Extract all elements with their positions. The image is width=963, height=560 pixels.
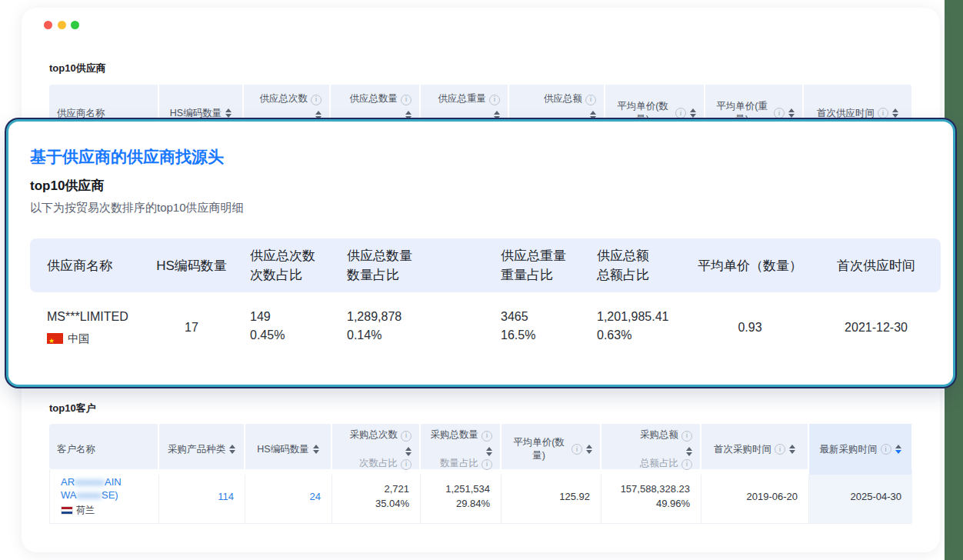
col-header-customer-name: 客户名称 [49, 424, 158, 475]
customer-name-cell[interactable]: ARxxxxxxAIN WAxxxxxSE) 荷兰 [50, 469, 158, 523]
col-header-hs-code-count: HS编码数量 [145, 238, 238, 292]
info-icon[interactable] [878, 108, 888, 118]
customer-name-link[interactable]: ARxxxxxxAIN WAxxxxxSE) [61, 475, 122, 502]
supply-times-cell: 149 0.45% [238, 308, 335, 348]
redacted-text: xxxxx [76, 489, 102, 501]
supply-amount-cell: 1,201,985.41 0.63% [585, 308, 688, 348]
netherlands-flag-icon [61, 506, 73, 515]
col-header-purchase-amount[interactable]: 采购总额 总额占比 [600, 424, 700, 475]
col-header-supplier-name: 供应商名称 [30, 238, 145, 292]
sort-icon[interactable] [690, 108, 696, 118]
info-icon[interactable] [681, 431, 692, 442]
last-purchase-date-cell: 2025-04-30 [808, 469, 912, 523]
suppliers-section-title: top10供应商 [49, 62, 106, 75]
col-header-purchase-times[interactable]: 采购总次数 次数占比 [331, 424, 419, 475]
supplier-row: MS***LIMITED 中国 17 149 0.45% 1,289,878 0… [30, 292, 941, 366]
info-icon[interactable] [311, 95, 322, 105]
info-icon[interactable] [681, 459, 692, 470]
sort-icon[interactable] [225, 108, 232, 118]
sort-icon[interactable] [229, 445, 235, 454]
hs-code-count-cell: 24 [245, 469, 332, 523]
supplier-source-callout: 基于供应商的供应商找源头 top10供应商 以下为按贸易次数排序的top10供应… [6, 119, 955, 387]
info-icon[interactable] [675, 108, 686, 118]
col-header-supply-amount: 供应总额总额占比 [585, 238, 688, 292]
sort-icon[interactable] [892, 108, 898, 118]
callout-heading: 基于供应商的供应商找源头 [30, 146, 224, 168]
info-icon[interactable] [585, 95, 596, 105]
hs-code-count-link[interactable]: 24 [310, 489, 321, 504]
col-header-avg-price-qty[interactable]: 平均单价(数量) [500, 424, 600, 475]
info-icon[interactable] [401, 431, 412, 442]
col-header-first-purchase-date[interactable]: 首次采购时间 [700, 424, 808, 475]
sort-icon[interactable] [788, 108, 795, 118]
china-flag-icon [47, 333, 63, 344]
purchase-amount-cell: 157,588,328.23 49.96% [601, 469, 701, 523]
col-header-last-purchase-date[interactable]: 最新采购时间 [808, 424, 911, 475]
supply-qty-cell: 1,289,878 0.14% [335, 308, 488, 348]
customer-row: ARxxxxxxAIN WAxxxxxSE) 荷兰 114 24 2,721 [49, 469, 911, 524]
col-header-avg-price-qty: 平均单价（数量） [688, 238, 811, 292]
info-icon[interactable] [401, 459, 412, 470]
minimize-window-button[interactable] [58, 21, 66, 29]
customers-table-header: 客户名称 采购产品种类 HS编码数量 采购总次数 次数占比 采购总数量 [49, 424, 911, 469]
avg-price-qty-cell: 125.92 [501, 469, 601, 523]
country-label: 荷兰 [76, 504, 95, 517]
first-purchase-date-cell: 2019-06-20 [701, 469, 808, 523]
product-types-link[interactable]: 114 [218, 489, 234, 504]
info-icon[interactable] [571, 444, 582, 455]
col-header-purchase-qty[interactable]: 采购总数量 数量占比 [419, 424, 500, 475]
supplier-name-cell: MS***LIMITED 中国 [30, 308, 145, 348]
info-icon[interactable] [401, 95, 412, 105]
supplier-name: MS***LIMITED [47, 308, 128, 326]
info-icon[interactable] [482, 459, 492, 470]
customers-table: 客户名称 采购产品种类 HS编码数量 采购总次数 次数占比 采购总数量 [49, 424, 911, 524]
callout-subtitle: 以下为按贸易次数排序的top10供应商明细 [30, 201, 244, 215]
col-header-first-supply-date: 首次供应时间 [811, 238, 941, 292]
info-icon[interactable] [775, 444, 785, 455]
purchase-qty-cell: 1,251,534 29.84% [420, 469, 501, 523]
info-icon[interactable] [482, 431, 492, 442]
sort-icon[interactable] [686, 447, 692, 456]
close-window-button[interactable] [44, 21, 52, 29]
zoom-window-button[interactable] [71, 21, 79, 29]
col-header-product-types[interactable]: 采购产品种类 [158, 424, 244, 475]
col-header-supply-times: 供应总次数次数占比 [238, 238, 335, 292]
country-label: 中国 [68, 329, 89, 348]
info-icon[interactable] [774, 108, 785, 118]
sort-icon[interactable] [789, 445, 795, 454]
col-header-supply-qty: 供应总数量数量占比 [335, 238, 488, 292]
sort-icon[interactable] [486, 447, 492, 456]
hs-code-count-cell: 17 [145, 308, 238, 348]
info-icon[interactable] [881, 444, 891, 455]
info-icon[interactable] [489, 95, 500, 105]
sort-icon[interactable] [405, 447, 412, 456]
sort-icon[interactable] [313, 445, 319, 454]
screen: top10供应商 供应商名称 HS编码数量 供应总次数 次数占比 供应总数量 [0, 0, 963, 560]
avg-price-qty-cell: 0.93 [688, 308, 811, 348]
customers-section-title: top10客户 [49, 402, 96, 415]
callout-section-title: top10供应商 [30, 177, 104, 195]
supply-weight-cell: 3465 16.5% [488, 308, 585, 348]
sort-icon[interactable] [586, 445, 592, 454]
col-header-hs-code-count[interactable]: HS编码数量 [244, 424, 331, 475]
purchase-times-cell: 2,721 35.04% [332, 469, 420, 523]
col-header-supply-weight: 供应总重量重量占比 [488, 238, 585, 292]
product-types-cell: 114 [158, 469, 245, 523]
sort-icon-active-desc[interactable] [895, 445, 901, 454]
redacted-text: xxxxxx [75, 476, 105, 488]
first-supply-date-cell: 2021-12-30 [811, 308, 941, 348]
callout-table-header: 供应商名称 HS编码数量 供应总次数次数占比 供应总数量数量占比 供应总重量重量… [30, 238, 941, 292]
window-controls [44, 21, 79, 29]
callout-suppliers-table: 供应商名称 HS编码数量 供应总次数次数占比 供应总数量数量占比 供应总重量重量… [30, 238, 941, 366]
